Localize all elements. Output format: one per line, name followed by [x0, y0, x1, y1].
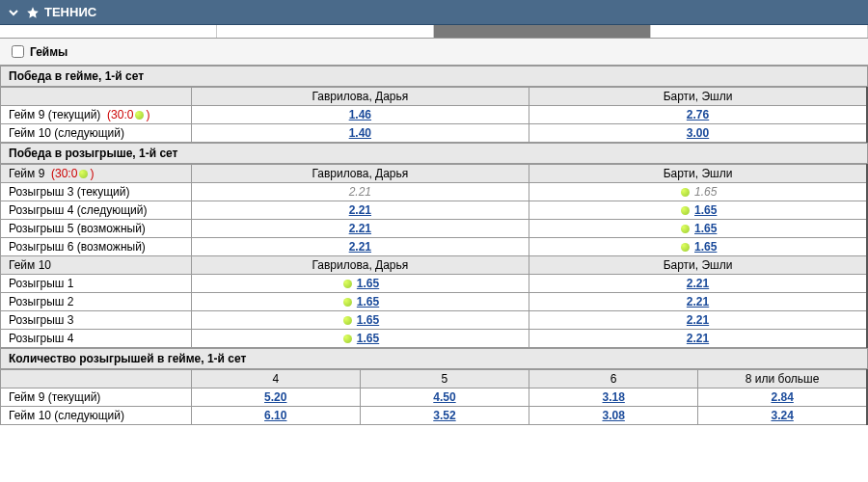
tab-1[interactable] — [0, 25, 217, 38]
odd-cell[interactable]: 2.21 — [529, 275, 867, 293]
market1-title: Победа в гейме, 1-й сет — [0, 66, 868, 87]
odd-cell[interactable]: 2.21 — [191, 201, 529, 220]
odd-cell[interactable]: 1.65 — [191, 293, 529, 311]
table-row: Розыгрыш 4 (следующий) 2.21 1.65 — [1, 201, 868, 220]
row-label: Розыгрыш 1 — [1, 275, 192, 293]
odd-cell[interactable]: 1.65 — [191, 311, 529, 330]
sport-header-bar: ТЕННИС — [0, 0, 868, 25]
odd-cell-locked: 2.21 — [191, 183, 529, 201]
odd-cell[interactable]: 5.20 — [191, 388, 360, 407]
tab-4[interactable] — [651, 25, 868, 38]
player2-header: Барти, Эшли — [529, 165, 867, 183]
col-header: 8 или больше — [698, 370, 867, 388]
tab-3[interactable] — [434, 25, 651, 38]
odd-cell[interactable]: 1.46 — [191, 106, 529, 124]
player2-header: Барти, Эшли — [529, 256, 867, 275]
tabs-row — [0, 25, 868, 39]
table-row: Гейм 9 (текущий) 5.20 4.50 3.18 2.84 — [1, 388, 868, 407]
tab-2[interactable] — [217, 25, 434, 38]
tennis-ball-icon — [681, 225, 690, 233]
row-label: Розыгрыш 3 (текущий) — [1, 183, 192, 201]
odd-cell[interactable]: 1.40 — [191, 124, 529, 143]
category-row: Геймы — [0, 39, 868, 66]
col-header: 5 — [360, 370, 529, 388]
row-label: Розыгрыш 6 (возможный) — [1, 238, 192, 256]
row-label: Розыгрыш 4 (следующий) — [1, 201, 192, 220]
tennis-ball-icon — [343, 298, 352, 307]
group-header: Гейм 9 (30:0) — [1, 165, 192, 183]
tennis-ball-icon — [343, 316, 352, 325]
player2-header: Барти, Эшли — [529, 88, 867, 106]
group-header: Гейм 10 — [1, 256, 192, 275]
odd-cell[interactable]: 1.65 — [529, 238, 867, 256]
row-label: Гейм 9 (текущий) — [1, 388, 192, 407]
row-label: Гейм 9 (текущий) (30:0) — [1, 106, 192, 124]
market1-table: Гаврилова, Дарья Барти, Эшли Гейм 9 (тек… — [0, 87, 868, 143]
market3-title: Количество розыгрышей в гейме, 1-й сет — [0, 348, 868, 369]
category-label: Геймы — [30, 45, 68, 59]
table-row: Гейм 10 (следующий) 1.40 3.00 — [1, 124, 868, 143]
row-label: Розыгрыш 2 — [1, 293, 192, 311]
odd-cell[interactable]: 2.84 — [698, 388, 867, 407]
odd-cell[interactable]: 6.10 — [191, 407, 360, 425]
odd-cell[interactable]: 2.76 — [529, 106, 867, 124]
table-header-row: Гейм 9 (30:0) Гаврилова, Дарья Барти, Эш… — [1, 165, 868, 183]
odd-cell-locked: 1.65 — [529, 183, 867, 201]
odd-cell[interactable]: 4.50 — [360, 388, 529, 407]
category-checkbox[interactable] — [12, 45, 24, 58]
odd-cell[interactable]: 1.65 — [529, 201, 867, 220]
player1-header: Гаврилова, Дарья — [191, 165, 529, 183]
table-row: Гейм 10 (следующий) 6.10 3.52 3.08 3.24 — [1, 407, 868, 425]
odd-cell[interactable]: 2.21 — [191, 238, 529, 256]
tennis-ball-icon — [681, 188, 690, 197]
table-row: Розыгрыш 4 1.65 2.21 — [1, 330, 868, 348]
row-label: Гейм 10 (следующий) — [1, 407, 192, 425]
chevron-down-icon[interactable] — [6, 5, 21, 20]
table-header-row: Гаврилова, Дарья Барти, Эшли — [1, 88, 868, 106]
table-header-row: 4 5 6 8 или больше — [1, 370, 868, 388]
tennis-ball-icon — [681, 206, 690, 215]
table-row: Розыгрыш 3 1.65 2.21 — [1, 311, 868, 330]
star-icon[interactable] — [25, 5, 41, 20]
player1-header: Гаврилова, Дарья — [191, 256, 529, 275]
row-label: Розыгрыш 5 (возможный) — [1, 220, 192, 238]
tennis-ball-icon — [135, 111, 144, 120]
table-row: Розыгрыш 5 (возможный) 2.21 1.65 — [1, 220, 868, 238]
odd-cell[interactable]: 3.00 — [529, 124, 867, 143]
row-label: Розыгрыш 4 — [1, 330, 192, 348]
market2-table: Гейм 9 (30:0) Гаврилова, Дарья Барти, Эш… — [0, 164, 868, 348]
row-label: Розыгрыш 3 — [1, 311, 192, 330]
odd-cell[interactable]: 3.52 — [360, 407, 529, 425]
market2-title: Победа в розыгрыше, 1-й сет — [0, 143, 868, 164]
tennis-ball-icon — [343, 335, 352, 343]
table-row: Розыгрыш 2 1.65 2.21 — [1, 293, 868, 311]
odd-cell[interactable]: 3.08 — [529, 407, 698, 425]
table-header-row: Гейм 10 Гаврилова, Дарья Барти, Эшли — [1, 256, 868, 275]
table-row: Гейм 9 (текущий) (30:0) 1.46 2.76 — [1, 106, 868, 124]
col-header: 6 — [529, 370, 698, 388]
odd-cell[interactable]: 3.18 — [529, 388, 698, 407]
market3-table: 4 5 6 8 или больше Гейм 9 (текущий) 5.20… — [0, 369, 868, 425]
table-row: Розыгрыш 6 (возможный) 2.21 1.65 — [1, 238, 868, 256]
odd-cell[interactable]: 2.21 — [191, 220, 529, 238]
col-header: 4 — [191, 370, 360, 388]
player1-header: Гаврилова, Дарья — [191, 88, 529, 106]
tennis-ball-icon — [79, 170, 88, 178]
odd-cell[interactable]: 3.24 — [698, 407, 867, 425]
odd-cell[interactable]: 2.21 — [529, 293, 867, 311]
tennis-ball-icon — [681, 243, 690, 252]
table-row: Розыгрыш 1 1.65 2.21 — [1, 275, 868, 293]
odd-cell[interactable]: 1.65 — [191, 330, 529, 348]
odd-cell[interactable]: 2.21 — [529, 330, 867, 348]
table-row: Розыгрыш 3 (текущий) 2.21 1.65 — [1, 183, 868, 201]
odd-cell[interactable]: 1.65 — [191, 275, 529, 293]
odd-cell[interactable]: 1.65 — [529, 220, 867, 238]
tennis-ball-icon — [343, 280, 352, 288]
row-label: Гейм 10 (следующий) — [1, 124, 192, 143]
odd-cell[interactable]: 2.21 — [529, 311, 867, 330]
sport-title: ТЕННИС — [44, 5, 96, 19]
